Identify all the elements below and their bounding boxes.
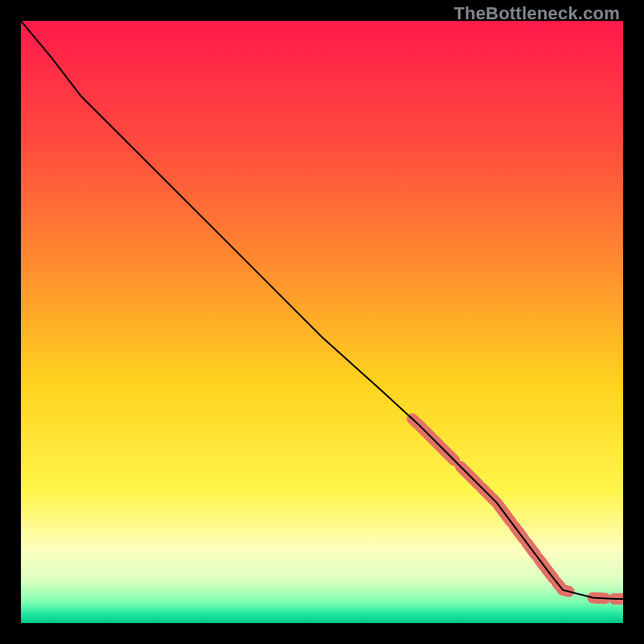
watermark-text: TheBottleneck.com xyxy=(454,3,620,24)
chart-plot xyxy=(21,21,623,623)
chart-background xyxy=(21,21,623,623)
chart-frame xyxy=(21,21,623,623)
